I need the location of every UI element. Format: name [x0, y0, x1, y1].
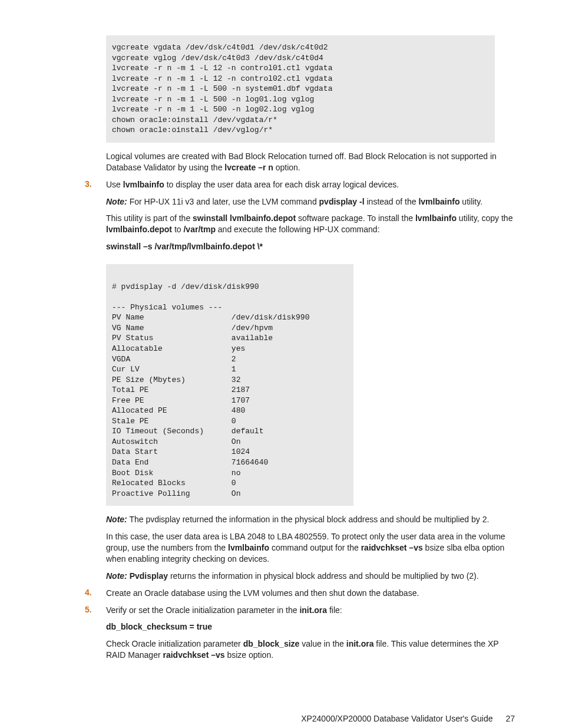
step-5: 5. Verify or set the Oracle initializati…	[106, 605, 515, 661]
step-3: 3. Use lvmlbainfo to display the user da…	[106, 179, 515, 582]
step-number: 3.	[85, 179, 92, 189]
command-dbblock: db_block_checksum = true	[106, 621, 515, 633]
footer-title: XP24000/XP20000 Database Validator User'…	[301, 714, 492, 723]
page-number: 27	[505, 714, 515, 723]
paragraph-dbblock: Check Oracle initialization parameter db…	[106, 638, 515, 661]
step-number: 4.	[85, 588, 92, 597]
note-hpux: Note: For HP-UX 11i v3 and later, use th…	[106, 196, 515, 207]
paragraph-lba: In this case, the user data area is LBA …	[106, 531, 515, 565]
note-pvdisplay-1: Note: The pvdisplay returned the informa…	[106, 514, 515, 525]
paragraph-swinstall: This utility is part of the swinstall lv…	[106, 213, 515, 235]
command-swinstall: swinstall –s /var/tmp/lvmlbainfo.depot \…	[106, 241, 515, 252]
page-footer: XP24000/XP20000 Database Validator User'…	[47, 714, 515, 723]
step-4: 4. Create an Oracle database using the L…	[106, 588, 515, 599]
note-pvdisplay-2: Note: Pvdisplay returns the information …	[106, 571, 515, 582]
paragraph-bbr: Logical volumes are created with Bad Blo…	[106, 151, 515, 173]
code-block-vgcreate: vgcreate vgdata /dev/dsk/c4t0d1 /dev/dsk…	[106, 35, 495, 143]
step-number: 5.	[85, 605, 92, 614]
code-block-pvdisplay: # pvdisplay -d /dev/disk/disk990 --- Phy…	[106, 264, 353, 506]
